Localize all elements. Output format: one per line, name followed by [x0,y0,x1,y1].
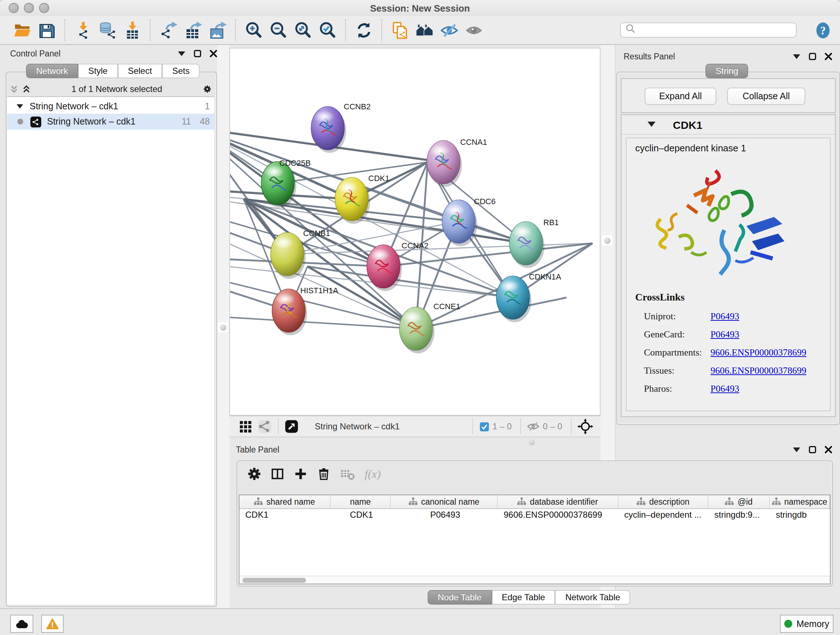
collapse-all-button[interactable]: Collapse All [727,88,805,105]
first-neighbors-icon[interactable] [412,18,437,42]
close-panel-icon[interactable] [824,52,832,60]
network-node-CDC25B[interactable]: CDC25B [261,158,311,208]
crosslink-value-link[interactable]: 9606.ENSP00000378699 [711,365,806,377]
table-panel-title: Table Panel [236,445,279,454]
left-splitter-handle[interactable] [218,322,228,333]
right-splitter-handle[interactable] [602,235,612,245]
table-row[interactable]: CDK1CDK1P064939606.ENSP00000378699cyclin… [240,509,830,521]
network-node-CDK1[interactable]: CDK1 [335,174,390,224]
import-network-file-icon[interactable] [71,18,95,42]
save-session-icon[interactable] [35,18,59,42]
network-row[interactable]: String Network – cdk1 11 48 [7,114,214,130]
network-node-CDKN1A[interactable]: CDKN1A [496,272,561,322]
selected-checkbox-icon[interactable] [478,421,489,432]
export-network-icon[interactable] [156,18,181,42]
birdseye-view-icon[interactable] [284,419,299,434]
close-panel-icon[interactable] [824,446,832,454]
column-header--id[interactable]: @id [709,495,770,508]
refresh-icon[interactable] [352,18,376,42]
table-cell: CDK1 [330,509,391,521]
network-node-HIST1H1A[interactable]: HIST1H1A [272,286,338,335]
expand-all-networks-icon[interactable] [22,85,30,93]
search-box[interactable] [620,22,797,38]
network-node-CCNB2[interactable]: CCNB2 [311,102,371,153]
memory-button[interactable]: Memory [780,615,834,633]
collapse-panel-icon[interactable] [792,52,800,60]
column-type-icon [637,497,646,507]
network-node-CCNE1[interactable]: CCNE1 [399,302,461,353]
tab-network-table[interactable]: Network Table [555,590,630,605]
horizontal-scrollbar-thumb[interactable] [242,578,306,583]
zoom-fit-icon[interactable] [291,18,316,42]
network-options-gear-icon[interactable] [203,85,211,93]
network-node-RB1[interactable]: RB1 [509,218,559,268]
expand-all-button[interactable]: Expand All [645,88,716,105]
float-panel-icon[interactable] [808,52,816,60]
zoom-in-icon[interactable] [242,18,266,42]
column-header-name[interactable]: name [330,495,391,508]
import-table-icon[interactable] [120,18,145,42]
node-label-CCNE1: CCNE1 [433,302,461,311]
tab-edge-table[interactable]: Edge Table [492,590,555,605]
export-table-icon[interactable] [181,18,205,42]
collapse-all-networks-icon[interactable] [10,85,18,93]
open-file-icon[interactable] [10,18,35,42]
horizontal-scrollbar[interactable] [240,576,830,584]
cloud-status-button[interactable] [10,615,33,633]
table-options-gear-icon[interactable] [248,467,261,481]
hide-selected-icon[interactable] [437,18,462,42]
node-label-CCNA2: CCNA2 [401,241,429,250]
network-type-icon [30,116,41,127]
table-header-row[interactable]: shared namenamecanonical namedatabase id… [240,495,830,509]
zoom-out-icon[interactable] [266,18,291,42]
column-header-shared-name[interactable]: shared name [240,495,330,508]
fit-selected-crosshair-icon[interactable] [577,418,593,434]
show-all-icon[interactable] [462,18,486,42]
section-collapse-icon[interactable] [647,120,655,128]
crosslink-value-link[interactable]: P06493 [711,329,739,340]
tree-expand-icon[interactable] [16,103,24,111]
float-panel-icon[interactable] [193,50,201,57]
float-panel-icon[interactable] [808,446,816,454]
network-node-CDC6[interactable]: CDC6 [442,197,496,246]
add-column-icon[interactable] [294,467,308,481]
protein-structure-image [650,160,802,279]
show-columns-icon[interactable] [271,467,284,481]
new-network-from-selection-icon[interactable] [388,18,412,42]
search-input[interactable] [636,24,783,36]
network-overview-icon[interactable] [257,419,272,434]
warnings-button[interactable] [41,615,64,633]
grid-view-icon[interactable] [238,419,253,434]
toolbar-separator [65,19,66,41]
collapse-panel-icon[interactable] [177,50,185,57]
export-image-icon[interactable] [205,18,230,42]
zoom-selected-icon[interactable] [316,18,340,42]
column-header-canonical-name[interactable]: canonical name [391,495,498,508]
tab-string[interactable]: String [706,64,748,78]
tab-sets[interactable]: Sets [162,64,200,78]
crosslink-value-link[interactable]: P06493 [711,310,739,322]
collapse-panel-icon[interactable] [792,446,800,454]
network-collection-row[interactable]: String Network – cdk1 1 [7,99,214,114]
tab-node-table[interactable]: Node Table [428,590,492,605]
network-node-CCNA1[interactable]: CCNA1 [427,138,487,187]
help-button[interactable]: ? [815,21,831,40]
node-label-CDC25B: CDC25B [279,158,311,168]
toolbar-separator [235,19,237,41]
tab-select[interactable]: Select [118,64,162,78]
crosslink-value-link[interactable]: 9606.ENSP00000378699 [711,347,806,358]
table-cell: stringdb:9... [709,509,770,521]
network-node-CCNB1[interactable]: CCNB1 [271,229,330,279]
network-row-label: String Network – cdk1 [47,117,136,127]
crosslink-value-link[interactable]: P06493 [711,383,739,394]
tab-network[interactable]: Network [26,64,78,78]
delete-column-icon[interactable] [317,467,331,481]
import-network-database-icon[interactable] [95,18,120,42]
tab-style[interactable]: Style [78,64,118,78]
function-builder-icon: f(x) [365,467,381,480]
network-canvas[interactable]: CCNB2CCNA1CDC25BCDK1CDC6RB1CCNB1CCNA2CDK… [229,48,600,416]
close-panel-icon[interactable] [209,50,217,57]
column-header-namespace[interactable]: namespace [770,495,830,508]
column-header-description[interactable]: description [618,495,708,508]
column-header-database-identifier[interactable]: database identifier [498,495,618,508]
